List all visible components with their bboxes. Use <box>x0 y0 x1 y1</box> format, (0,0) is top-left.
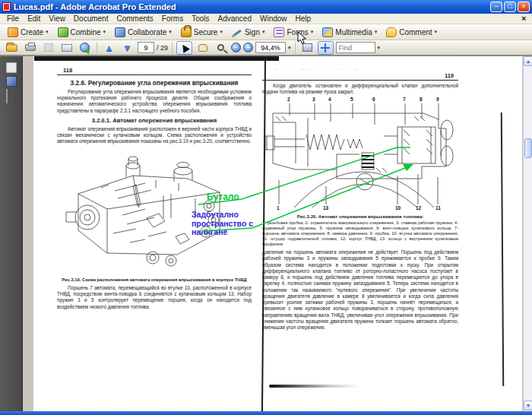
multimedia-icon <box>322 27 333 37</box>
form-icon <box>274 27 284 37</box>
section-heading: 3.2.6. Регулирование угла опережения впр… <box>57 79 252 87</box>
next-page-button[interactable]: ▼ <box>119 41 135 55</box>
document-area: 118 3.2.6. Регулирование угла опережения… <box>0 56 532 411</box>
previous-page-button[interactable]: ▲ <box>101 41 117 55</box>
lock-icon <box>181 27 192 37</box>
header-rule <box>57 74 252 75</box>
fullscreen-mode-button[interactable] <box>318 41 334 55</box>
chevron-down-icon: ▾ <box>103 29 106 35</box>
figure-legend: 1- резьбовая пробка, 2- ограничитель мак… <box>262 220 458 247</box>
multimedia-button[interactable]: Multimedia ▾ <box>319 27 380 38</box>
zoom-dropdown-icon[interactable]: ▾ <box>288 45 291 51</box>
minimize-button[interactable]: – <box>490 2 502 12</box>
paragraph: давление на поршень автомата опережения … <box>262 249 458 331</box>
pen-icon <box>232 27 242 37</box>
title-bar: Lucas.pdf - Adobe Acrobat Pro Extended –… <box>0 0 532 14</box>
tasks-toolbar: Create ▾ Combine ▾ Collaborate ▾ Secure … <box>0 24 532 40</box>
chevron-down-icon: ▾ <box>375 29 378 35</box>
pages-panel-icon[interactable] <box>6 62 17 73</box>
create-button[interactable]: Create ▾ <box>5 27 52 38</box>
document-pane[interactable]: 118 3.2.6. Регулирование угла опережения… <box>23 56 523 411</box>
vertical-scrollbar[interactable]: ▲ ▼ <box>523 56 532 411</box>
speech-bubble-icon <box>386 27 397 37</box>
collaborate-button[interactable]: Collaborate ▾ <box>112 27 175 38</box>
hand-icon <box>198 44 207 52</box>
chevron-down-icon: ▾ <box>169 29 172 35</box>
signatures-panel-icon[interactable] <box>6 89 8 103</box>
page-number: 118 <box>57 67 252 74</box>
forms-button[interactable]: Forms ▾ <box>271 27 316 38</box>
page-number: 119 <box>262 72 458 79</box>
book-edge-line <box>501 112 505 386</box>
restore-button[interactable]: □ <box>504 2 516 12</box>
menubar-close-icon[interactable]: × <box>518 14 529 23</box>
scroll-down-button[interactable]: ▼ <box>524 401 532 410</box>
bookmarks-panel-icon[interactable] <box>6 76 17 87</box>
print-button[interactable] <box>22 41 38 55</box>
scroll-up-button[interactable]: ▲ <box>524 56 532 66</box>
magnifier-icon <box>217 44 224 51</box>
menu-window[interactable]: Window <box>256 14 291 23</box>
navigation-panel <box>0 56 23 411</box>
zoom-out-button[interactable]: − <box>231 43 241 52</box>
page-number-input[interactable] <box>138 42 154 53</box>
chevron-down-icon: ▾ <box>311 29 314 35</box>
menu-file[interactable]: File <box>3 14 23 23</box>
chevron-down-icon: ▾ <box>262 29 265 35</box>
separator <box>295 42 296 54</box>
menu-bar: File Edit View Document Comments Forms T… <box>0 14 532 24</box>
expand-arrows-icon <box>321 43 330 52</box>
find-input[interactable] <box>336 42 375 53</box>
globe-icon <box>80 43 90 52</box>
zoom-level-value[interactable]: 94,4% <box>255 42 286 53</box>
chevron-down-icon: ▾ <box>46 29 49 35</box>
menu-tools[interactable]: Tools <box>188 14 213 23</box>
paragraph: Поршень 7 автомата, перемещающийся во вт… <box>57 285 252 310</box>
chevron-down-icon: ▾ <box>435 29 438 35</box>
zoom-in-button[interactable]: + <box>243 43 253 52</box>
secure-button[interactable]: Secure ▾ <box>178 27 226 38</box>
down-arrow-icon: ▼ <box>123 43 132 52</box>
save-button[interactable] <box>40 41 56 55</box>
select-cursor-icon <box>179 43 190 53</box>
menu-document[interactable]: Document <box>70 14 112 23</box>
menu-comments[interactable]: Comments <box>112 14 157 23</box>
marquee-zoom-button[interactable] <box>213 41 229 55</box>
upload-web-button[interactable] <box>77 41 93 55</box>
acrobat-window: { "window": { "title": "Lucas.pdf - Adob… <box>0 0 532 415</box>
figure-caption: Рис.3.19. Схема расположения автомата оп… <box>57 277 252 283</box>
select-tool-button[interactable] <box>176 41 192 55</box>
folder-open-icon <box>6 44 17 52</box>
menu-help[interactable]: Help <box>292 14 315 23</box>
subsection-heading: 3.2.6.1. Автомат опережения впрыскивания <box>57 117 252 124</box>
print-bleed-artifact: ·· ·— ··· ·· ——· ·· ··· — ·· ·— <box>262 67 458 72</box>
window-title: Lucas.pdf - Adobe Acrobat Pro Extended <box>14 2 176 11</box>
combine-button[interactable]: Combine ▾ <box>55 27 109 38</box>
menu-forms[interactable]: Forms <box>158 14 187 23</box>
snapshot-icon <box>62 44 72 52</box>
mouse-cursor <box>297 32 308 46</box>
snapshot-button[interactable] <box>59 41 74 55</box>
separator <box>97 42 97 54</box>
create-icon <box>8 27 18 37</box>
printer-icon <box>25 44 36 51</box>
menu-edit[interactable]: Edit <box>24 14 44 23</box>
find-dropdown-icon[interactable]: ▾ <box>378 45 381 51</box>
close-button[interactable]: × <box>518 2 530 12</box>
combine-icon <box>58 27 68 37</box>
scrollbar-thumb[interactable] <box>524 138 532 158</box>
open-button[interactable] <box>4 41 20 55</box>
comment-button[interactable]: Comment ▾ <box>383 27 440 38</box>
annotation-text-blue[interactable]: Задбутално пространство с налягане <box>192 211 268 237</box>
annotation-text-green[interactable]: Бутало <box>207 192 239 202</box>
menu-view[interactable]: View <box>45 14 69 23</box>
scanned-page-spread: 118 3.2.6. Регулирование угла опережения… <box>33 56 522 411</box>
paragraph: Автомат опережения впрыскивания располож… <box>57 126 252 145</box>
advance-mechanism-drawing <box>262 97 458 212</box>
file-navigation-toolbar: ▲ ▼ / 29 − + 94,4% ▾ ▾ <box>0 40 532 56</box>
sign-button[interactable]: Sign ▾ <box>229 27 268 38</box>
up-arrow-icon: ▲ <box>105 43 114 52</box>
menu-advanced[interactable]: Advanced <box>214 14 255 23</box>
hand-tool-button[interactable] <box>195 41 211 55</box>
page-118: 118 3.2.6. Регулирование угла опережения… <box>57 67 252 310</box>
